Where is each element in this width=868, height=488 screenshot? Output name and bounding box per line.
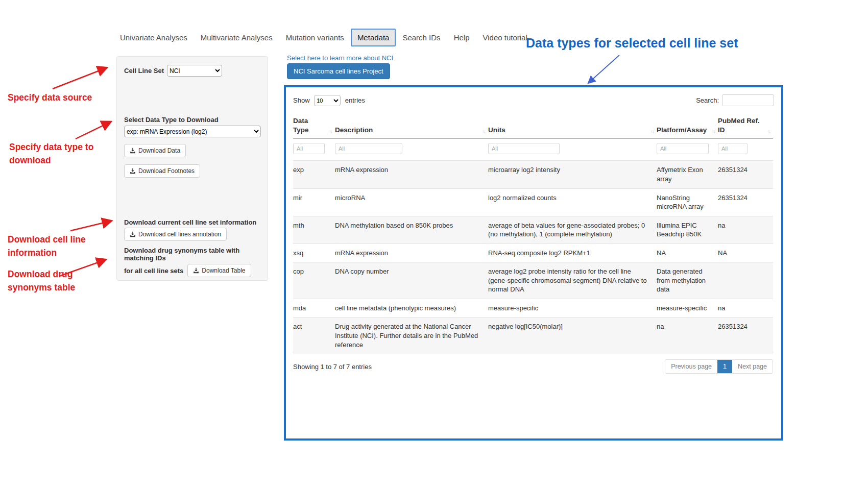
cell-description: microRNA bbox=[335, 188, 488, 216]
tab-metadata[interactable]: Metadata bbox=[351, 29, 396, 46]
download-table-button[interactable]: Download Table bbox=[187, 264, 251, 277]
tab-multivariate-analyses[interactable]: Multivariate Analyses bbox=[194, 29, 279, 46]
cell-type: mir bbox=[293, 188, 335, 216]
col-header-label: Platform/Assay bbox=[657, 126, 707, 134]
filter-description-input[interactable] bbox=[335, 143, 402, 154]
show-label: Show bbox=[293, 96, 310, 104]
arrow-data-types bbox=[589, 55, 619, 83]
cell-type: mth bbox=[293, 216, 335, 243]
download-data-button[interactable]: Download Data bbox=[124, 144, 186, 157]
sort-icon[interactable]: ↑↓ bbox=[650, 128, 654, 135]
col-header-label: PubMed Ref. ID bbox=[718, 117, 760, 134]
col-header-description[interactable]: Description↑↓ bbox=[335, 114, 488, 139]
cell-platform: Data generated from methylation data bbox=[657, 262, 718, 299]
download-controls-panel: Cell Line Set NCI Select Data Type to Do… bbox=[116, 56, 268, 281]
top-nav: Univariate Analyses Multivariate Analyse… bbox=[113, 29, 534, 46]
search-input[interactable] bbox=[722, 94, 774, 106]
cell-pubmed: na bbox=[718, 299, 773, 318]
data-types-table-region: Show 10 entries Search: Data Type↑↓ Desc… bbox=[284, 85, 783, 441]
annotation-data-types-title: Data types for selected cell line set bbox=[526, 36, 738, 51]
download-footnotes-label: Download Footnotes bbox=[138, 167, 195, 175]
cell-description: cell line metadata (phenotypic measures) bbox=[335, 299, 488, 318]
cell-type: xsq bbox=[293, 243, 335, 262]
cell-units: log2 normalized counts bbox=[488, 188, 657, 216]
cell-description: mRNA expression bbox=[335, 243, 488, 262]
col-header-units[interactable]: Units↑↓ bbox=[488, 114, 657, 139]
annotation-download-cell-line-info: Download cell line information bbox=[8, 233, 105, 260]
filter-data-type-input[interactable] bbox=[293, 143, 325, 154]
table-body: expmRNA expressionmicroarray log2 intens… bbox=[293, 161, 773, 354]
cell-pubmed: 26351324 bbox=[718, 188, 773, 216]
arrow-cell-line-info bbox=[70, 221, 111, 231]
nci-sarcoma-project-button[interactable]: NCI Sarcoma cell lines Project bbox=[287, 63, 390, 79]
table-row-mth: mthDNA methylation based on 850K probesa… bbox=[293, 216, 773, 243]
sort-icon[interactable]: ↑↓ bbox=[482, 128, 485, 135]
download-icon bbox=[130, 231, 136, 237]
cell-units: average log2 probe intensity ratio for t… bbox=[488, 262, 657, 299]
learn-more-link[interactable]: Select here to learn more about NCI bbox=[287, 54, 393, 62]
cell-platform: measure-specific bbox=[657, 299, 718, 318]
cell-units: RNA-seq composite log2 RPKM+1 bbox=[488, 243, 657, 262]
table-row-exp: expmRNA expressionmicroarray log2 intens… bbox=[293, 161, 773, 188]
cell-pubmed: NA bbox=[718, 243, 773, 262]
previous-page-button[interactable]: Previous page bbox=[665, 360, 717, 373]
page-length-select[interactable]: 10 bbox=[314, 95, 341, 106]
page-1-button[interactable]: 1 bbox=[717, 360, 732, 373]
table-info: Showing 1 to 7 of 7 entries bbox=[293, 363, 372, 371]
sort-icon[interactable]: ↑↓ bbox=[767, 128, 770, 135]
cell-description: Drug activity generated at the National … bbox=[335, 318, 488, 354]
col-header-label: Description bbox=[335, 126, 373, 134]
cell-type: exp bbox=[293, 161, 335, 188]
page-length-control: Show 10 entries bbox=[293, 95, 365, 106]
cell-description: DNA copy number bbox=[335, 262, 488, 299]
col-header-data-type[interactable]: Data Type↑↓ bbox=[293, 114, 335, 139]
col-header-platform[interactable]: Platform/Assay↑↓ bbox=[657, 114, 718, 139]
table-row-cop: copDNA copy numberaverage log2 probe int… bbox=[293, 262, 773, 299]
sort-icon[interactable]: ↑↓ bbox=[712, 128, 715, 135]
cell-type: mda bbox=[293, 299, 335, 318]
tab-help[interactable]: Help bbox=[447, 29, 476, 46]
cell-units: measure-specific bbox=[488, 299, 657, 318]
cell-platform: na bbox=[657, 318, 718, 354]
cell-platform: NA bbox=[657, 243, 718, 262]
download-table-label: Download Table bbox=[202, 267, 245, 274]
entries-label: entries bbox=[345, 96, 365, 104]
table-row-xsq: xsqmRNA expressionRNA-seq composite log2… bbox=[293, 243, 773, 262]
cell-pubmed: na bbox=[718, 216, 773, 243]
col-header-pubmed[interactable]: PubMed Ref. ID↑↓ bbox=[718, 114, 773, 139]
drug-synonyms-block: Download drug synonyms table with matchi… bbox=[124, 247, 265, 277]
cell-description: mRNA expression bbox=[335, 161, 488, 188]
filter-pubmed-input[interactable] bbox=[718, 143, 748, 154]
filter-platform-input[interactable] bbox=[657, 143, 709, 154]
filter-units-input[interactable] bbox=[488, 143, 560, 154]
next-page-button[interactable]: Next page bbox=[732, 360, 773, 373]
cell-type: cop bbox=[293, 262, 335, 299]
data-type-select[interactable]: exp: mRNA Expression (log2) bbox=[124, 126, 261, 137]
metadata-table: Data Type↑↓ Description↑↓ Units↑↓ Platfo… bbox=[293, 114, 773, 354]
table-row-act: actDrug activity generated at the Nation… bbox=[293, 318, 773, 354]
tab-video-tutorial[interactable]: Video tutorial bbox=[476, 29, 534, 46]
annotation-specify-data-source: Specify data source bbox=[8, 91, 105, 104]
cell-platform: Illumina EPIC Beadchip 850K bbox=[657, 216, 718, 243]
download-footnotes-button[interactable]: Download Footnotes bbox=[124, 164, 200, 178]
drug-synonyms-label-line1: Download drug synonyms table with matchi… bbox=[124, 247, 265, 262]
cell-units: negative log[IC50(molar)] bbox=[488, 318, 657, 354]
sort-icon[interactable]: ↑↓ bbox=[329, 128, 332, 135]
pagination: Previous page 1 Next page bbox=[665, 359, 773, 374]
tab-univariate-analyses[interactable]: Univariate Analyses bbox=[113, 29, 194, 46]
tab-mutation-variants[interactable]: Mutation variants bbox=[279, 29, 351, 46]
col-header-label: Data Type bbox=[293, 117, 309, 134]
table-row-mda: mdacell line metadata (phenotypic measur… bbox=[293, 299, 773, 318]
table-row-mir: mirmicroRNAlog2 normalized countsNanoStr… bbox=[293, 188, 773, 216]
download-icon bbox=[193, 267, 199, 274]
cell-line-set-select[interactable]: NCI bbox=[167, 65, 222, 77]
cell-pubmed: 26351324 bbox=[718, 161, 773, 188]
cell-description: DNA methylation based on 850K probes bbox=[335, 216, 488, 243]
tab-search-ids[interactable]: Search IDs bbox=[396, 29, 447, 46]
download-annotation-label: Download cell lines annotation bbox=[138, 231, 221, 238]
cell-line-set-label: Cell Line Set bbox=[124, 67, 164, 75]
download-cell-lines-annotation-button[interactable]: Download cell lines annotation bbox=[124, 228, 227, 241]
cell-platform: Affymetrix Exon array bbox=[657, 161, 718, 188]
cell-platform: NanoString microRNA array bbox=[657, 188, 718, 216]
data-type-label: Select Data Type to Download bbox=[124, 116, 219, 124]
